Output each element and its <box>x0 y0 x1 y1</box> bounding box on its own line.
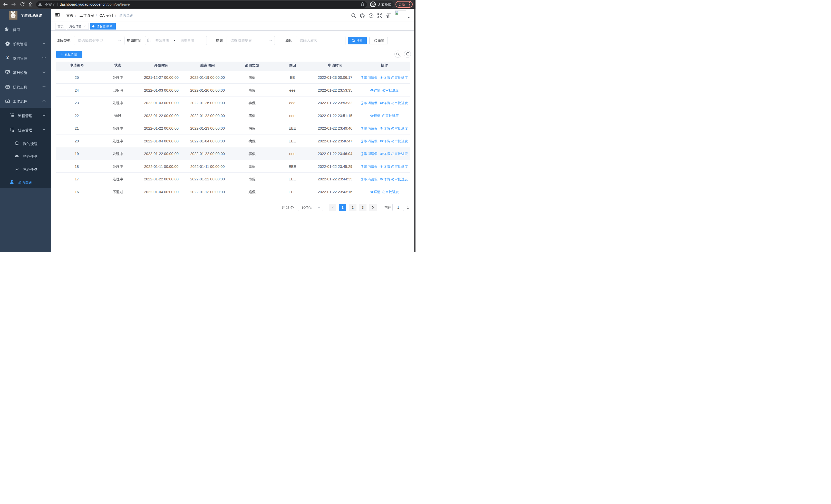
svg-text:2022-01-22 00:00:00: 2022-01-22 00:00:00 <box>144 114 179 118</box>
svg-text:EEE: EEE <box>288 165 296 169</box>
svg-text:2022-01-03 00:00:00: 2022-01-03 00:00:00 <box>144 101 179 105</box>
svg-text:2022-01-22 00:00:00: 2022-01-22 00:00:00 <box>144 177 179 181</box>
svg-text:2022-01-22 00:00:00: 2022-01-22 00:00:00 <box>190 114 225 118</box>
svg-text:2022-01-23 00:00:00: 2022-01-23 00:00:00 <box>190 126 225 130</box>
svg-text:2021-12-27 00:00:00: 2021-12-27 00:00:00 <box>144 76 179 80</box>
svg-text:23: 23 <box>75 101 79 105</box>
svg-text:16: 16 <box>75 190 79 194</box>
svg-text:2022-01-26 00:00:00: 2022-01-26 00:00:00 <box>190 88 225 92</box>
svg-text:17: 17 <box>75 177 79 181</box>
svg-text:2022-01-22 23:49:46: 2022-01-22 23:49:46 <box>318 126 352 130</box>
svg-text:2022-01-26 00:00:00: 2022-01-26 00:00:00 <box>190 101 225 105</box>
svg-text:EEE: EEE <box>288 139 296 143</box>
svg-text:2022-01-22 00:00:00: 2022-01-22 00:00:00 <box>144 126 179 130</box>
svg-text:eee: eee <box>289 114 295 118</box>
svg-text:eee: eee <box>289 101 295 105</box>
svg-text:EEE: EEE <box>288 190 296 194</box>
svg-text:2022-01-13 00:00:00: 2022-01-13 00:00:00 <box>190 190 225 194</box>
svg-text:EE: EE <box>290 76 295 80</box>
svg-text:2022-01-03 00:00:00: 2022-01-03 00:00:00 <box>144 88 179 92</box>
svg-text:2022-01-22 23:53:32: 2022-01-22 23:53:32 <box>318 101 352 105</box>
svg-text:2022-01-04 00:00:00: 2022-01-04 00:00:00 <box>190 139 225 143</box>
svg-text:2022-01-04 00:00:00: 2022-01-04 00:00:00 <box>144 139 179 143</box>
svg-text:2022-01-22 23:44:35: 2022-01-22 23:44:35 <box>318 177 352 181</box>
svg-text:18: 18 <box>75 165 79 169</box>
svg-text:2022-01-22 23:53:35: 2022-01-22 23:53:35 <box>318 88 352 92</box>
svg-text:2022-01-11 00:00:00: 2022-01-11 00:00:00 <box>144 165 179 169</box>
svg-text:24: 24 <box>75 88 79 92</box>
svg-text:2022-01-11 00:00:00: 2022-01-11 00:00:00 <box>191 165 225 169</box>
svg-text:20: 20 <box>75 139 79 143</box>
svg-text:EEE: EEE <box>288 126 296 130</box>
svg-text:2022-01-22 23:43:16: 2022-01-22 23:43:16 <box>318 190 352 194</box>
svg-text:2022-01-22 23:51:15: 2022-01-22 23:51:15 <box>318 114 352 118</box>
svg-text:25: 25 <box>75 76 79 80</box>
svg-text:21: 21 <box>75 126 79 130</box>
svg-text:2022-01-23 00:06:17: 2022-01-23 00:06:17 <box>318 76 352 80</box>
svg-text:EEE: EEE <box>288 177 296 181</box>
svg-text:eee: eee <box>289 88 295 92</box>
svg-text:2022-01-04 00:00:00: 2022-01-04 00:00:00 <box>144 190 179 194</box>
svg-text:22: 22 <box>75 114 79 118</box>
svg-text:2022-01-22 23:46:47: 2022-01-22 23:46:47 <box>318 139 352 143</box>
svg-text:2022-01-19 00:00:00: 2022-01-19 00:00:00 <box>190 76 225 80</box>
svg-text:2022-01-22 00:00:00: 2022-01-22 00:00:00 <box>190 177 225 181</box>
svg-text:2022-01-22 23:45:29: 2022-01-22 23:45:29 <box>318 165 352 169</box>
